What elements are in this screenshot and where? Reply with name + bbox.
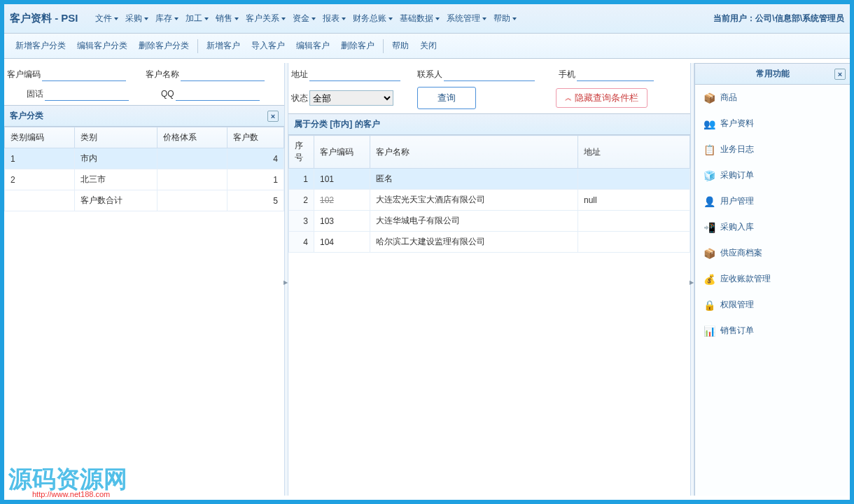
splitter-right[interactable] bbox=[690, 63, 694, 496]
col-类别[interactable]: 类别 bbox=[74, 127, 157, 148]
col-客户数[interactable]: 客户数 bbox=[227, 127, 284, 148]
shortcut-icon: 🔒 bbox=[704, 300, 715, 311]
col-地址[interactable]: 地址 bbox=[578, 136, 690, 169]
toolbar-separator bbox=[197, 39, 198, 53]
select-status[interactable]: 全部 bbox=[309, 90, 393, 106]
col-客户编码[interactable]: 客户编码 bbox=[314, 136, 370, 169]
chevron-down-icon bbox=[435, 18, 440, 20]
col-客户名称[interactable]: 客户名称 bbox=[370, 136, 578, 169]
menu-文件[interactable]: 文件 bbox=[92, 8, 121, 29]
main-menu: 文件采购库存加工销售客户关系资金报表财务总账基础数据系统管理帮助 bbox=[92, 8, 714, 29]
shortcut-采购订单[interactable]: 🧊采购订单 bbox=[695, 162, 850, 188]
menu-报表[interactable]: 报表 bbox=[320, 8, 349, 29]
chevron-down-icon bbox=[388, 18, 393, 20]
input-name[interactable] bbox=[181, 67, 265, 81]
table-row[interactable]: 客户数合计5 bbox=[5, 190, 284, 211]
query-button[interactable]: 查询 bbox=[417, 87, 476, 109]
label-name: 客户名称 bbox=[146, 69, 179, 80]
shortcut-icon: 📋 bbox=[704, 144, 715, 155]
shortcut-应收账款管理[interactable]: 💰应收账款管理 bbox=[695, 266, 850, 292]
toolbar-separator bbox=[383, 39, 384, 53]
shortcut-商品[interactable]: 📦商品 bbox=[695, 85, 850, 111]
category-grid[interactable]: 类别编码类别价格体系客户数 1市内42北三市1客户数合计5 bbox=[4, 127, 284, 211]
label-mobile: 手机 bbox=[559, 69, 575, 80]
col-序号[interactable]: 序号 bbox=[289, 136, 314, 169]
shortcut-业务日志[interactable]: 📋业务日志 bbox=[695, 136, 850, 162]
menu-采购[interactable]: 采购 bbox=[122, 8, 151, 29]
shortcut-icon: 📊 bbox=[704, 326, 715, 337]
menu-财务总账[interactable]: 财务总账 bbox=[350, 8, 396, 29]
hide-search-button[interactable]: ︽ 隐藏查询条件栏 bbox=[556, 88, 648, 108]
label-code: 客户编码 bbox=[7, 69, 41, 80]
input-code[interactable] bbox=[42, 67, 126, 81]
toolbar-新增客户[interactable]: 新增客户 bbox=[201, 36, 246, 56]
input-contact[interactable] bbox=[444, 67, 535, 81]
shortcut-权限管理[interactable]: 🔒权限管理 bbox=[695, 292, 850, 318]
menu-库存[interactable]: 库存 bbox=[153, 8, 181, 29]
customer-grid[interactable]: 序号客户编码客户名称地址 1101匿名2102大连宏光天宝大酒店有限公司null… bbox=[288, 135, 690, 253]
toolbar-导入客户[interactable]: 导入客户 bbox=[246, 36, 290, 56]
menu-基础数据[interactable]: 基础数据 bbox=[397, 8, 442, 29]
menu-系统管理[interactable]: 系统管理 bbox=[444, 8, 489, 29]
table-row[interactable]: 1101匿名 bbox=[289, 169, 690, 190]
shortcut-icon: 📦 bbox=[704, 92, 715, 104]
shortcut-icon: 👤 bbox=[704, 196, 715, 207]
app-header: 客户资料 - PSI 文件采购库存加工销售客户关系资金报表财务总账基础数据系统管… bbox=[4, 4, 850, 34]
label-tel: 固话 bbox=[27, 88, 43, 100]
shortcut-list: 📦商品👥客户资料📋业务日志🧊采购订单👤用户管理📲采购入库📦供应商档案💰应收账款管… bbox=[695, 85, 850, 344]
page-title: 客户资料 - PSI bbox=[10, 12, 78, 25]
toolbar-编辑客户[interactable]: 编辑客户 bbox=[290, 36, 335, 56]
shortcut-采购入库[interactable]: 📲采购入库 bbox=[695, 214, 850, 240]
shortcut-销售订单[interactable]: 📊销售订单 bbox=[695, 318, 850, 344]
table-row[interactable]: 1市内4 bbox=[5, 148, 284, 169]
table-row[interactable]: 3103大连华城电子有限公司 bbox=[289, 211, 690, 232]
menu-客户关系[interactable]: 客户关系 bbox=[243, 8, 288, 29]
search-row-2-mid: 状态 全部 查询 ︽ 隐藏查询条件栏 bbox=[288, 83, 690, 113]
close-icon[interactable]: × bbox=[834, 69, 846, 80]
toolbar-新增客户分类[interactable]: 新增客户分类 bbox=[10, 36, 71, 56]
shortcut-icon: 👥 bbox=[704, 118, 715, 130]
shortcut-icon: 🧊 bbox=[704, 170, 715, 181]
shortcut-客户资料[interactable]: 👥客户资料 bbox=[695, 111, 850, 136]
menu-销售[interactable]: 销售 bbox=[213, 8, 241, 29]
chevron-up-icon: ︽ bbox=[565, 93, 572, 103]
label-contact: 联系人 bbox=[417, 69, 442, 80]
search-row-1-mid: 地址 联系人 手机 bbox=[288, 63, 690, 83]
shortcut-用户管理[interactable]: 👤用户管理 bbox=[695, 188, 850, 214]
search-row-2-left: 固话 QQ bbox=[4, 83, 284, 105]
chevron-down-icon bbox=[174, 18, 178, 20]
col-价格体系[interactable]: 价格体系 bbox=[157, 127, 227, 148]
label-qq: QQ bbox=[161, 89, 174, 99]
shortcut-icon: 📲 bbox=[704, 222, 715, 233]
table-row[interactable]: 2102大连宏光天宝大酒店有限公司null bbox=[289, 190, 690, 211]
input-mobile[interactable] bbox=[577, 67, 654, 81]
table-row[interactable]: 2北三市1 bbox=[5, 169, 284, 190]
chevron-down-icon bbox=[342, 18, 346, 20]
toolbar-帮助[interactable]: 帮助 bbox=[386, 36, 414, 56]
toolbar-删除客户分类[interactable]: 删除客户分类 bbox=[133, 36, 195, 56]
chevron-down-icon bbox=[512, 18, 517, 20]
toolbar-删除客户[interactable]: 删除客户 bbox=[335, 36, 380, 56]
right-panel-title: 常用功能 × bbox=[695, 63, 850, 85]
chevron-down-icon bbox=[281, 18, 286, 20]
col-类别编码[interactable]: 类别编码 bbox=[5, 127, 75, 148]
menu-加工[interactable]: 加工 bbox=[183, 8, 211, 29]
mid-panel-title: 属于分类 [市内] 的客户 bbox=[288, 113, 690, 135]
left-panel-title: 客户分类 × bbox=[4, 105, 284, 127]
menu-资金[interactable]: 资金 bbox=[290, 8, 318, 29]
menu-帮助[interactable]: 帮助 bbox=[491, 8, 519, 29]
input-tel[interactable] bbox=[45, 87, 129, 101]
toolbar: 新增客户分类编辑客户分类删除客户分类新增客户导入客户编辑客户删除客户帮助关闭 bbox=[4, 34, 850, 59]
input-addr[interactable] bbox=[309, 67, 400, 81]
chevron-down-icon bbox=[234, 18, 239, 20]
shortcut-供应商档案[interactable]: 📦供应商档案 bbox=[695, 240, 850, 266]
shortcut-icon: 📦 bbox=[704, 248, 715, 259]
close-icon[interactable]: × bbox=[267, 111, 279, 122]
label-addr: 地址 bbox=[291, 69, 308, 80]
table-row[interactable]: 4104哈尔滨工大建设监理有限公司 bbox=[289, 232, 690, 253]
input-qq[interactable] bbox=[176, 87, 260, 101]
chevron-down-icon bbox=[312, 18, 316, 20]
chevron-down-icon bbox=[204, 18, 209, 20]
toolbar-关闭[interactable]: 关闭 bbox=[414, 36, 442, 56]
toolbar-编辑客户分类[interactable]: 编辑客户分类 bbox=[71, 36, 133, 56]
